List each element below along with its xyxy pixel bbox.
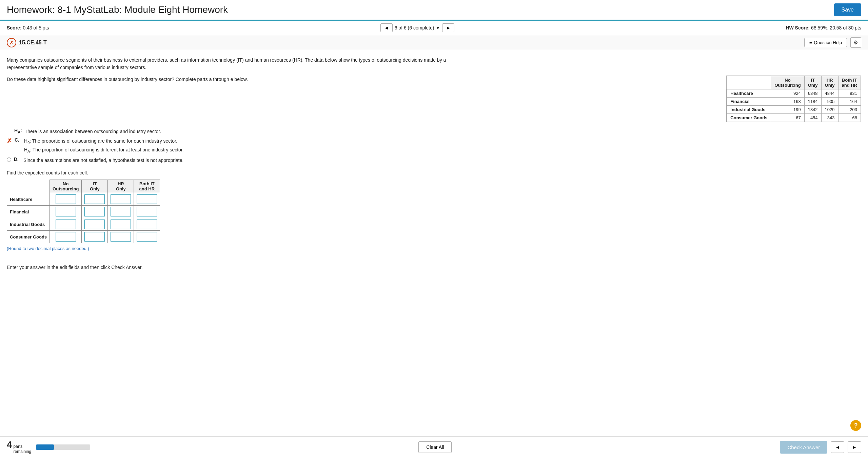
page-title: Homework: 8-1 MyStatLab: Module Eight Ho… [7, 4, 228, 15]
option-c-content: H0: The proportions of outsourcing are t… [24, 137, 184, 154]
exp-row-financial: Financial [7, 206, 160, 218]
exp-cell-h-hr [108, 193, 134, 206]
exp-cell-c-hr [108, 231, 134, 243]
input-c-no[interactable] [56, 232, 76, 242]
save-button[interactable]: Save [834, 3, 861, 16]
exp-row-label-financial: Financial [7, 206, 50, 218]
cell-consumer-no: 67 [771, 113, 804, 122]
exp-row-healthcare: Healthcare [7, 193, 160, 206]
exp-cell-i-both [134, 218, 160, 231]
exp-row-industrial: Industrial Goods [7, 218, 160, 231]
input-i-hr[interactable] [111, 220, 131, 229]
cell-healthcare-it: 6348 [804, 89, 821, 97]
data-table: NoOutsourcing ITOnly HROnly Both ITand H… [727, 76, 861, 122]
data-table-wrap: NoOutsourcing ITOnly HROnly Both ITand H… [726, 76, 861, 122]
exp-cell-i-it [82, 218, 108, 231]
table-row: Industrial Goods 199 1342 1029 203 [727, 105, 861, 113]
list-icon: ≡ [809, 40, 812, 45]
input-i-no[interactable] [56, 220, 76, 229]
nav-next-button[interactable]: ► [442, 23, 454, 32]
option-a-row: HA: There is an association between outs… [7, 128, 861, 135]
wrong-mark-icon: ✗ [7, 137, 12, 145]
option-c-row: ✗ C. H0: The proportions of outsourcing … [7, 137, 861, 154]
option-c-ha: HA: The proportion of outsourcing is dif… [24, 146, 184, 154]
col-header-hr-only: HROnly [821, 76, 838, 89]
qid-text: 15.CE.45-T [19, 40, 47, 46]
exp-cell-f-hr [108, 206, 134, 218]
expected-table: NoOutsourcing ITOnly HROnly Both ITand H… [7, 180, 160, 243]
input-c-both[interactable] [137, 232, 157, 242]
cell-financial-it: 1184 [804, 97, 821, 105]
input-h-no[interactable] [56, 194, 76, 204]
input-f-hr[interactable] [111, 207, 131, 216]
score-right: HW Score: 68.59%, 20.58 of 30 pts [786, 25, 861, 30]
input-f-it[interactable] [84, 207, 105, 216]
table-row: Financial 163 1184 905 164 [727, 97, 861, 105]
exp-cell-c-both [134, 231, 160, 243]
score-bar: Score: 0.43 of 5 pts ◄ 6 of 6 (6 complet… [0, 21, 868, 35]
exp-row-label-healthcare: Healthcare [7, 193, 50, 206]
input-c-it[interactable] [84, 232, 105, 242]
score-left: Score: 0.43 of 5 pts [7, 25, 49, 30]
cell-healthcare-no: 924 [771, 89, 804, 97]
exp-cell-f-no [50, 206, 82, 218]
exp-cell-c-it [82, 231, 108, 243]
qid-left: ✗ 15.CE.45-T [7, 38, 47, 47]
qid-right: ≡ Question Help ⚙ [804, 37, 861, 48]
option-d-row: D. Since the assumptions are not satisfi… [7, 157, 861, 164]
exp-row-label-consumer: Consumer Goods [7, 231, 50, 243]
exp-cell-f-it [82, 206, 108, 218]
hw-score-label: HW Score: [786, 25, 810, 30]
option-c-letter: C. [15, 137, 21, 143]
input-f-both[interactable] [137, 207, 157, 216]
cell-healthcare-hr: 4844 [821, 89, 838, 97]
nav-center: ◄ 6 of 6 (6 complete) ▼ ► [380, 23, 454, 32]
cell-industrial-hr: 1029 [821, 105, 838, 113]
cell-financial-hr: 905 [821, 97, 838, 105]
table-row: Healthcare 924 6348 4844 931 [727, 89, 861, 97]
enter-answer-note: Enter your answer in the edit fields and… [7, 261, 861, 273]
input-i-it[interactable] [84, 220, 105, 229]
nav-label: 6 of 6 (6 complete) ▼ [395, 25, 440, 30]
cell-industrial-no: 199 [771, 105, 804, 113]
row-label-healthcare: Healthcare [727, 89, 771, 97]
input-c-hr[interactable] [111, 232, 131, 242]
exp-cell-f-both [134, 206, 160, 218]
page-header: Homework: 8-1 MyStatLab: Module Eight Ho… [0, 0, 868, 21]
option-d-content: Since the assumptions are not satisfied,… [23, 157, 183, 164]
settings-button[interactable]: ⚙ [850, 37, 861, 48]
cell-industrial-it: 1342 [804, 105, 821, 113]
row-label-consumer: Consumer Goods [727, 113, 771, 122]
nav-prev-button[interactable]: ◄ [380, 23, 393, 32]
expected-section: Find the expected counts for each cell. … [7, 170, 861, 251]
input-f-no[interactable] [56, 207, 76, 216]
input-i-both[interactable] [137, 220, 157, 229]
question-help-button[interactable]: ≡ Question Help [804, 38, 847, 47]
exp-row-consumer: Consumer Goods [7, 231, 160, 243]
exp-cell-h-it [82, 193, 108, 206]
col-header-no-outsourcing: NoOutsourcing [771, 76, 804, 89]
table-row: Consumer Goods 67 454 343 68 [727, 113, 861, 122]
exp-cell-c-no [50, 231, 82, 243]
qid-bar: ✗ 15.CE.45-T ≡ Question Help ⚙ [0, 35, 868, 50]
exp-col-header-both: Both ITand HR [134, 180, 160, 193]
nav-dropdown-icon[interactable]: ▼ [435, 25, 440, 30]
expected-table-wrap: NoOutsourcing ITOnly HROnly Both ITand H… [7, 180, 861, 243]
col-header-both: Both ITand HR [838, 76, 861, 89]
input-h-it[interactable] [84, 194, 105, 204]
qid-icon: ✗ [7, 38, 16, 47]
input-h-both[interactable] [137, 194, 157, 204]
problem-question: Do these data highlight significant diff… [7, 76, 716, 83]
help-label: Question Help [814, 40, 842, 45]
option-a-label: HA: [14, 128, 22, 134]
nav-text: 6 of 6 (6 complete) [395, 25, 434, 30]
input-h-hr[interactable] [111, 194, 131, 204]
cell-healthcare-both: 931 [838, 89, 861, 97]
round-note: (Round to two decimal places as needed.) [7, 246, 861, 251]
exp-cell-i-no [50, 218, 82, 231]
cell-consumer-it: 454 [804, 113, 821, 122]
option-d-radio[interactable] [7, 158, 11, 162]
exp-cell-h-no [50, 193, 82, 206]
cell-financial-no: 163 [771, 97, 804, 105]
exp-col-header-hr: HROnly [108, 180, 134, 193]
